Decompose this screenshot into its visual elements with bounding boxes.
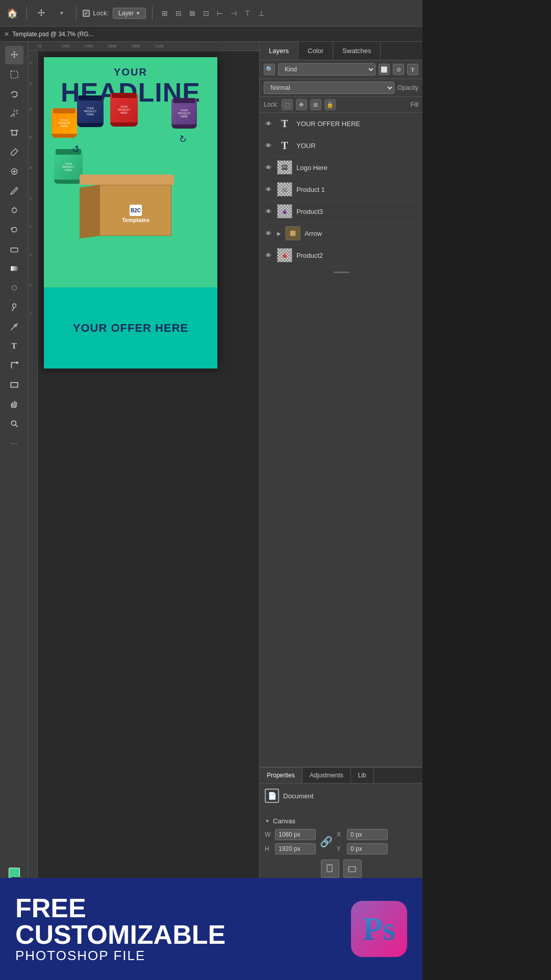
layer-item-product2[interactable]: 👁 Product2 — [260, 244, 422, 266]
healing-tool[interactable] — [5, 162, 23, 181]
path-selection-tool[interactable] — [5, 356, 23, 375]
filter-text-icon[interactable]: T — [407, 64, 418, 75]
layer-name-3: Product 1 — [296, 186, 418, 193]
product-jar-red: YOURPRODUCTHERE — [110, 93, 138, 127]
layer-visibility-6[interactable]: 👁 — [264, 252, 273, 259]
more-tools[interactable]: ··· — [5, 434, 23, 452]
banner-free-text: FREE — [15, 895, 341, 921]
vruler-400: 4 — [30, 107, 32, 111]
align-center-icon[interactable]: ⊟ — [172, 7, 185, 19]
tab-adjustments[interactable]: Adjustments — [303, 768, 351, 783]
home-icon[interactable]: 🏠 — [4, 5, 20, 21]
layer-item-logo[interactable]: 👁 Logo Here — [260, 157, 422, 179]
filter-pixel-icon[interactable]: ⬜ — [379, 64, 390, 75]
layer-thumb-3 — [277, 182, 292, 197]
move-tool[interactable] — [5, 46, 23, 64]
file-tab-title[interactable]: Template.psd @ 34.7% (RG... — [12, 31, 94, 38]
history-tool[interactable] — [5, 220, 23, 239]
lock-position-icon[interactable]: ✥ — [296, 99, 307, 110]
align-left-icon[interactable]: ⊞ — [159, 7, 171, 19]
tab-color[interactable]: Color — [298, 42, 333, 60]
align-top-icon[interactable]: ⊡ — [200, 7, 212, 19]
dropdown-arrow-icon[interactable]: ▼ — [54, 5, 70, 21]
align-bottom-icon[interactable]: ⊣ — [228, 7, 240, 19]
canvas-header[interactable]: ▼ Canvas — [265, 817, 417, 825]
layer-expand-5[interactable]: ▶ — [277, 231, 281, 236]
layer-visibility-0[interactable]: 👁 — [264, 120, 273, 127]
brush-tool[interactable] — [5, 182, 23, 200]
distribute-v-icon[interactable]: ⊥ — [255, 7, 267, 19]
filter-adjustment-icon[interactable]: ⊘ — [393, 64, 404, 75]
toolbar-separator-1 — [27, 6, 27, 20]
layer-item-your[interactable]: 👁 T YOUR — [260, 135, 422, 157]
product-jar-dark: YOURPRODUCTHERE — [77, 95, 104, 127]
filter-kind-select[interactable]: Kind — [278, 63, 375, 76]
main-area: T ··· 0 200 400 600 800 — [0, 42, 422, 893]
portrait-icon-1[interactable] — [321, 860, 339, 878]
layer-item-your-offer[interactable]: 👁 T YOUR OFFER HERE — [260, 113, 422, 135]
svg-rect-32 — [284, 253, 286, 255]
layer-visibility-3[interactable]: 👁 — [264, 186, 273, 193]
height-input[interactable] — [275, 843, 316, 854]
auto-select-checkbox[interactable]: ✓ — [83, 10, 90, 17]
layer-name-1: YOUR — [296, 142, 418, 150]
lock-artboard-icon[interactable]: ⊞ — [310, 99, 321, 110]
eraser-tool[interactable] — [5, 240, 23, 258]
cardboard-box: B2C Templates — [80, 164, 182, 236]
move-tool-icon[interactable] — [33, 5, 49, 21]
portrait-icon-2[interactable] — [343, 860, 362, 878]
layer-visibility-1[interactable]: 👁 — [264, 142, 273, 149]
file-tab-bar: ✕ Template.psd @ 34.7% (RG... — [0, 27, 422, 42]
blend-mode-select[interactable]: Normal — [264, 82, 394, 94]
tab-properties[interactable]: Properties — [260, 768, 303, 783]
gradient-tool[interactable] — [5, 259, 23, 278]
eyedropper-tool[interactable] — [5, 143, 23, 161]
layer-item-product1[interactable]: 👁 Product 1 — [260, 179, 422, 201]
canvas-dark-area — [39, 374, 259, 893]
magic-wand-tool[interactable] — [5, 104, 23, 122]
dodge-tool[interactable] — [5, 298, 23, 316]
layer-item-arrow[interactable]: 👁 ▶ Arrow — [260, 223, 422, 244]
document-content: YOUR HEADLINE YOURPRODUCTHERE — [44, 57, 217, 369]
width-input[interactable] — [275, 829, 316, 840]
align-right-icon[interactable]: ⊠ — [186, 7, 198, 19]
align-middle-icon[interactable]: ⊢ — [214, 7, 226, 19]
clone-tool[interactable] — [5, 201, 23, 219]
distribute-h-icon[interactable]: ⊤ — [241, 7, 254, 19]
tab-close-icon[interactable]: ✕ — [4, 31, 9, 38]
lock-all-icon[interactable]: 🔒 — [324, 99, 336, 110]
lock-pixels-icon[interactable]: ⬚ — [282, 99, 293, 110]
canvas-label: Canvas — [273, 817, 295, 825]
link-proportions-icon[interactable]: 🔗 — [320, 836, 333, 848]
layer-visibility-4[interactable]: 👁 — [264, 208, 273, 215]
tab-libraries[interactable]: Lib — [351, 768, 374, 783]
arrow-decoration-2: ↻ — [178, 133, 189, 146]
x-label: X — [337, 831, 345, 838]
x-input[interactable] — [347, 829, 388, 840]
tab-layers[interactable]: Layers — [260, 42, 298, 60]
ruler-vertical: 2 2 4 6 8 1 1 1 1 1 — [29, 51, 38, 893]
layer-visibility-5[interactable]: 👁 — [264, 230, 273, 237]
lasso-tool[interactable] — [5, 85, 23, 103]
y-input[interactable] — [347, 843, 388, 854]
layer-dropdown[interactable]: Layer ▼ — [113, 8, 146, 19]
selection-tool[interactable] — [5, 65, 23, 84]
blur-tool[interactable] — [5, 279, 23, 297]
pen-tool[interactable] — [5, 317, 23, 336]
layers-list: 👁 T YOUR OFFER HERE 👁 T YOUR 👁 — [260, 113, 422, 767]
layer-visibility-2[interactable]: 👁 — [264, 164, 273, 171]
tab-swatches[interactable]: Swatches — [333, 42, 381, 60]
vruler-600: 6 — [30, 135, 32, 139]
rectangle-tool[interactable] — [5, 376, 23, 394]
width-label: W — [265, 831, 273, 838]
text-tool[interactable]: T — [5, 337, 23, 355]
layer-thumb-4 — [277, 204, 292, 218]
vruler-1200: 1 — [30, 225, 32, 228]
layer-item-product3[interactable]: 👁 Product3 — [260, 201, 422, 223]
zoom-tool[interactable] — [5, 414, 23, 433]
svg-point-12 — [12, 208, 16, 213]
crop-tool[interactable] — [5, 124, 23, 142]
ruler-mark-400: 400 — [85, 44, 108, 48]
filter-search-icon[interactable]: 🔍 — [264, 64, 275, 75]
hand-tool[interactable] — [5, 395, 23, 413]
